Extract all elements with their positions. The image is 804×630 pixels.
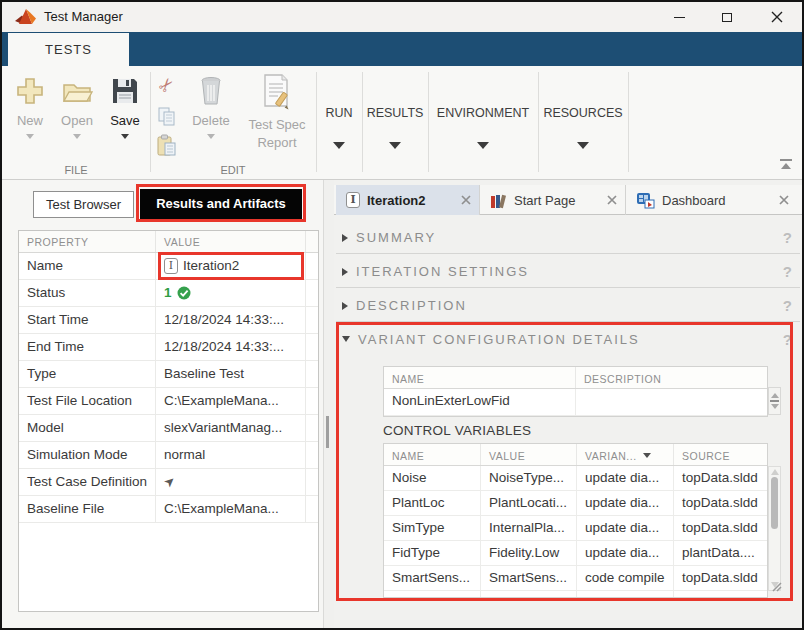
column-header-source[interactable]: SOURCE (674, 444, 767, 465)
help-icon[interactable]: ? (783, 263, 792, 280)
spinner-bar (770, 400, 779, 402)
toolbar-separator (628, 72, 629, 172)
scroll-up-icon[interactable] (771, 469, 779, 475)
property-label: Status (19, 280, 156, 306)
cell: NoiseType... (481, 466, 577, 490)
dropdown-arrow-icon (207, 134, 215, 139)
ribbon-toolbar: New Open Save FILE ✂ (2, 66, 802, 180)
open-button[interactable]: Open (54, 76, 100, 139)
section-label: VARIANT CONFIGURATION DETAILS (358, 332, 640, 347)
dropdown-arrow-icon (477, 142, 489, 149)
table-row[interactable]: Noise NoiseType... update dia... topData… (384, 466, 767, 491)
spinner-down-icon (771, 404, 779, 409)
help-icon[interactable]: ? (783, 297, 792, 314)
section-label: DESCRIPTION (356, 298, 467, 313)
test-spec-report-button[interactable]: Test Spec Report (240, 74, 314, 150)
tab-tests[interactable]: TESTS (8, 33, 129, 66)
table-row[interactable]: FidType Fidelity.Low update dia... plant… (384, 541, 767, 566)
doc-tab-label: Dashboard (662, 193, 726, 208)
column-header-value[interactable]: VALUE (481, 444, 577, 465)
close-button[interactable] (752, 2, 802, 32)
cell: update dia... (577, 541, 674, 565)
cell: topData.sldd (674, 516, 767, 540)
results-group-button[interactable]: RESULTS (362, 106, 428, 149)
row-simulation-mode[interactable]: Simulation Mode normal (19, 442, 318, 469)
panel-splitter-handle[interactable] (326, 416, 329, 448)
save-button[interactable]: Save (102, 76, 148, 139)
table-row[interactable]: SimType InternalPla... update dia... top… (384, 516, 767, 541)
tab-test-browser[interactable]: Test Browser (33, 191, 134, 218)
property-value: 1 (156, 280, 306, 306)
cut-icon: ✂ (154, 72, 181, 98)
table-row[interactable]: SmartSens... SmartSens... code compile t… (384, 566, 767, 591)
section-summary[interactable]: SUMMARY ? (336, 222, 800, 254)
left-panel: Test Browser Results and Artifacts PROPE… (2, 180, 324, 628)
table-row[interactable]: PlantLoc PlantLocati... update dia... to… (384, 491, 767, 516)
row-baseline-file[interactable]: Baseline File C:\ExampleMana... (19, 496, 318, 523)
run-group-button[interactable]: RUN (316, 106, 362, 149)
doc-tab-iteration2[interactable]: I Iteration2 (336, 185, 479, 215)
status-count: 1 (164, 285, 172, 300)
row-test-case-definition[interactable]: Test Case Definition ➤ (19, 469, 318, 496)
close-tab-icon[interactable] (779, 195, 789, 205)
cut-button[interactable]: ✂ (154, 72, 180, 98)
row-test-file-location[interactable]: Test File Location C:\ExampleMana... (19, 388, 318, 415)
row-end-time[interactable]: End Time 12/18/2024 14:33:... (19, 334, 318, 361)
row-model[interactable]: Model slexVariantManag... (19, 415, 318, 442)
control-variables-table: NAME VALUE VARIAN... SOURCE Noise NoiseT… (383, 443, 768, 598)
save-icon (110, 76, 140, 106)
property-label: Test File Location (19, 388, 156, 414)
section-variant-configuration-details[interactable]: VARIANT CONFIGURATION DETAILS ? (336, 324, 800, 354)
help-icon[interactable]: ? (783, 331, 792, 348)
scrollbar-thumb[interactable] (771, 477, 778, 529)
ribbon-tab-strip: TESTS (2, 32, 802, 66)
cell: plantData.... (674, 541, 767, 565)
resize-grip-icon[interactable] (770, 580, 782, 592)
property-label: Name (19, 253, 156, 279)
close-tab-icon[interactable] (607, 195, 617, 205)
goto-arrow-icon[interactable]: ➤ (160, 472, 178, 490)
run-label: RUN (316, 106, 362, 120)
doc-tab-start-page[interactable]: Start Page (479, 185, 625, 215)
window-title: Test Manager (44, 2, 123, 32)
resources-group-button[interactable]: RESOURCES (538, 106, 628, 149)
property-label: End Time (19, 334, 156, 360)
cell: update dia... (577, 516, 674, 540)
help-icon[interactable]: ? (783, 229, 792, 246)
column-header-variant[interactable]: VARIAN... (577, 444, 674, 465)
delete-button[interactable]: Delete (188, 76, 234, 139)
minimize-button[interactable] (656, 2, 702, 32)
environment-group-button[interactable]: ENVIRONMENT (428, 106, 538, 149)
new-button[interactable]: New (7, 76, 53, 139)
maximize-icon (722, 13, 732, 22)
collapse-ribbon-button[interactable] (778, 159, 794, 171)
property-value: normal (164, 447, 205, 462)
table-spinner[interactable] (768, 387, 781, 415)
resources-label: RESOURCES (538, 106, 628, 120)
maximize-button[interactable] (704, 2, 750, 32)
row-start-time[interactable]: Start Time 12/18/2024 14:33:... (19, 307, 318, 334)
section-iteration-settings[interactable]: ITERATION SETTINGS ? (336, 256, 800, 288)
column-header-name[interactable]: NAME (384, 444, 481, 465)
column-header-description[interactable]: DESCRIPTION (576, 367, 767, 388)
vertical-scrollbar[interactable] (768, 466, 781, 591)
name-value: Iteration2 (183, 258, 239, 273)
doc-tab-dashboard[interactable]: Dashboard (625, 185, 797, 215)
title-bar: Test Manager (2, 2, 802, 32)
row-name[interactable]: Name I Iteration2 (19, 253, 318, 280)
row-status[interactable]: Status 1 (19, 280, 318, 307)
cell: SimType (384, 516, 481, 540)
dropdown-arrow-icon (577, 142, 589, 149)
tab-results-and-artifacts[interactable]: Results and Artifacts (140, 189, 302, 219)
close-tab-icon[interactable] (461, 195, 471, 205)
copy-icon (157, 107, 177, 127)
paste-button[interactable] (154, 132, 180, 158)
property-grid-header: PROPERTY VALUE (19, 231, 318, 253)
column-header-name[interactable]: NAME (384, 367, 576, 388)
table-row[interactable]: NonLinExterLowFid (384, 389, 767, 416)
value-column-header[interactable]: VALUE (156, 231, 306, 252)
row-type[interactable]: Type Baseline Test (19, 361, 318, 388)
copy-button[interactable] (154, 104, 180, 130)
section-description[interactable]: DESCRIPTION ? (336, 290, 800, 322)
property-column-header[interactable]: PROPERTY (19, 231, 156, 252)
